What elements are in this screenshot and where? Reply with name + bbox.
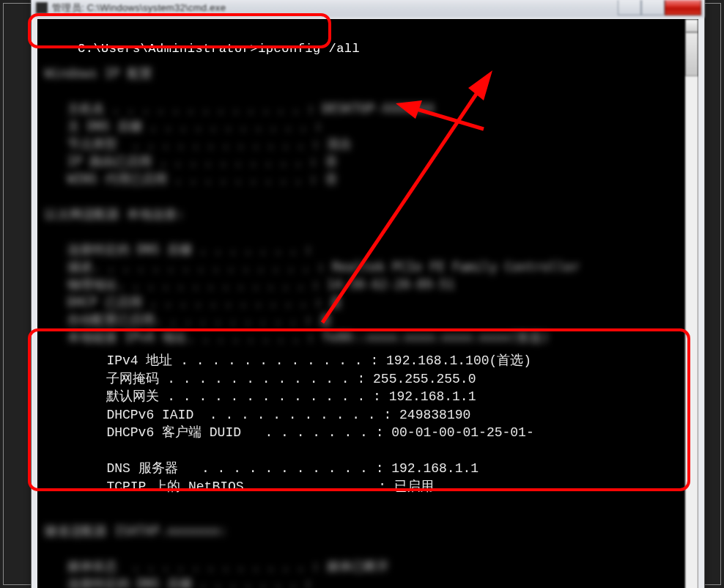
- left-background-strip: [4, 4, 31, 584]
- command-line: C:\Users\Administrator>ipconfig /all: [78, 42, 360, 56]
- minimize-button[interactable]: [618, 0, 641, 15]
- scroll-up-button[interactable]: [685, 19, 698, 32]
- console-blurred-output: Windows IP 配置 主机名 . . . . . . . . . . . …: [37, 19, 685, 588]
- scroll-thumb[interactable]: [685, 32, 698, 76]
- scrollbar[interactable]: [685, 19, 698, 588]
- window-buttons: [618, 0, 701, 15]
- maximize-button[interactable]: [641, 0, 665, 15]
- close-button[interactable]: [665, 0, 701, 15]
- cmd-window: 管理员: C:\Windows\system32\cmd.exe Windows…: [31, 0, 705, 588]
- command-text: C:\Users\Administrator>ipconfig /all: [78, 42, 360, 56]
- titlebar[interactable]: 管理员: C:\Windows\system32\cmd.exe: [32, 0, 704, 18]
- cmd-icon: [36, 2, 48, 14]
- console-area[interactable]: Windows IP 配置 主机名 . . . . . . . . . . . …: [37, 19, 698, 588]
- window-title: 管理员: C:\Windows\system32\cmd.exe: [52, 1, 618, 15]
- network-info-block: IPv4 地址 . . . . . . . . . . . . : 192.16…: [83, 352, 534, 496]
